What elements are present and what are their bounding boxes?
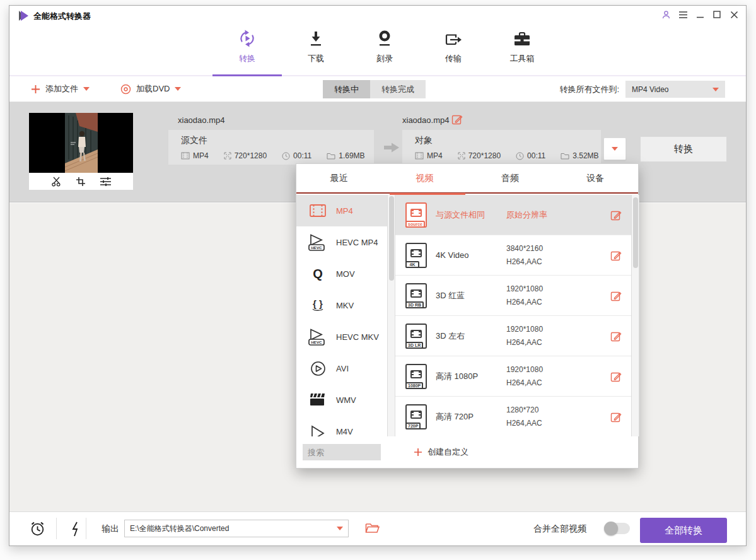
tab-toolbox[interactable]: 工具箱 <box>496 26 549 67</box>
preset-row-3d-lr[interactable]: 3D LR 3D 左右 1920*1080H264,AAC <box>395 316 632 356</box>
toolbar: 添加文件 加载DVD 转换中 转换完成 转换所有文件到: MP4 Video <box>9 76 746 102</box>
tab-transfer[interactable]: 传输 <box>427 26 480 67</box>
preset-list-scrollbar[interactable] <box>631 195 639 436</box>
source-info-box: 源文件 MP4 720*1280 00:11 1.69MB <box>168 130 374 165</box>
clock-icon <box>282 152 290 160</box>
target-format-dropdown-button[interactable] <box>603 137 626 160</box>
convert-button[interactable]: 转换 <box>640 136 727 162</box>
tab-finished[interactable]: 转换完成 <box>370 80 426 98</box>
output-path-select[interactable] <box>124 520 349 537</box>
tab-download[interactable]: 下载 <box>289 26 342 67</box>
tab-burn[interactable]: 刻录 <box>358 26 411 67</box>
crop-icon[interactable] <box>76 177 86 187</box>
main-nav: 转换 下载 刻录 <box>221 26 549 67</box>
resolution-icon <box>458 152 465 160</box>
tab-convert[interactable]: 转换 <box>221 26 274 67</box>
schedule-icon[interactable] <box>29 520 46 537</box>
tab-burn-label: 刻录 <box>376 53 393 64</box>
format-item-avi[interactable]: AVI <box>296 353 387 384</box>
divider <box>56 518 57 539</box>
panel-active-tab-underline <box>390 193 465 195</box>
open-folder-icon[interactable] <box>365 522 380 534</box>
create-custom-label: 创建自定义 <box>427 446 468 458</box>
user-icon[interactable] <box>660 9 672 20</box>
close-icon[interactable] <box>728 9 740 20</box>
toolbox-icon <box>513 26 532 49</box>
output-format-select[interactable]: MP4 Video <box>625 81 725 98</box>
preset-row-1080p[interactable]: 1080P 高清 1080P 1920*1080H264,AAC <box>395 356 632 397</box>
maximize-icon[interactable] <box>711 9 723 20</box>
format-item-hevc-mp4[interactable]: HEVC HEVC MP4 <box>296 226 387 258</box>
chevron-down-icon <box>712 88 719 91</box>
minimize-icon[interactable] <box>694 9 706 20</box>
format-item-hevc-mkv[interactable]: HEVC HEVC MKV <box>296 321 387 353</box>
arrow-right-icon <box>384 141 400 154</box>
preset-row-3d-rb[interactable]: 3D RB 3D 红蓝 1920*1080H264,AAC <box>395 276 632 316</box>
clock-icon <box>516 152 524 160</box>
merge-all-label: 合并全部视频 <box>533 523 586 535</box>
output-path-input[interactable] <box>130 524 337 533</box>
source-format: MP4 <box>193 151 209 160</box>
shutdown-icon[interactable] <box>69 521 81 537</box>
format-list-scrollbar[interactable] <box>387 195 395 436</box>
cut-icon[interactable] <box>51 176 62 187</box>
format-item-mkv[interactable]: { } MKV <box>296 289 387 321</box>
panel-tab-recent[interactable]: 最近 <box>296 164 382 192</box>
edit-preset-icon[interactable] <box>610 330 622 342</box>
format-item-mp4[interactable]: MP4 <box>296 195 387 226</box>
convert-all-button[interactable]: 全部转换 <box>640 518 727 543</box>
braces-icon: { } <box>308 298 328 313</box>
edit-preset-icon[interactable] <box>610 290 622 301</box>
resolution-icon <box>224 152 231 160</box>
edit-preset-icon[interactable] <box>610 209 622 221</box>
target-info-box: 对象 MP4 720*1280 00:11 3.52MB <box>402 130 601 165</box>
chevron-down-icon <box>337 527 343 530</box>
edit-preset-icon[interactable] <box>610 250 622 261</box>
convert-state-tabs: 转换中 转换完成 <box>323 80 426 98</box>
preset-row-4k[interactable]: 4K 4K Video 3840*2160H264,AAC <box>395 235 632 276</box>
target-info-title: 对象 <box>415 135 601 146</box>
edit-preset-icon[interactable] <box>610 371 622 382</box>
chevron-down-icon <box>83 87 90 91</box>
quicktime-icon: Q <box>308 267 328 281</box>
panel-footer: 创建自定义 <box>296 436 638 468</box>
panel-tab-device[interactable]: 设备 <box>553 164 639 192</box>
format-panel-tabs: 最近 视频 音频 设备 <box>296 164 638 194</box>
folder-icon <box>561 152 569 160</box>
target-size: 3.52MB <box>573 151 598 160</box>
rename-edit-icon[interactable] <box>451 114 463 125</box>
video-thumbnail[interactable] <box>29 113 133 173</box>
source-size: 1.69MB <box>339 151 364 160</box>
target-resolution: 720*1280 <box>468 151 501 160</box>
load-dvd-button[interactable]: 加载DVD <box>120 76 181 102</box>
tab-transfer-label: 传输 <box>445 53 462 64</box>
download-icon <box>308 26 324 49</box>
preset-row-source[interactable]: source 与源文件相同 原始分辨率 <box>395 195 632 235</box>
tab-download-label: 下载 <box>308 53 324 64</box>
target-format: MP4 <box>427 151 443 160</box>
3d-lr-format-icon: 3D LR <box>405 324 427 349</box>
3d-rb-format-icon: 3D RB <box>405 283 427 308</box>
dvd-icon <box>120 84 131 95</box>
transfer-icon <box>444 26 463 49</box>
menu-icon[interactable] <box>677 9 689 20</box>
source-info-title: 源文件 <box>181 135 374 146</box>
output-label: 输出 <box>102 523 119 535</box>
tab-converting[interactable]: 转换中 <box>323 80 370 98</box>
format-item-mov[interactable]: Q MOV <box>296 258 387 289</box>
search-input[interactable] <box>303 444 381 460</box>
plus-icon <box>414 448 422 457</box>
edit-preset-icon[interactable] <box>610 411 622 423</box>
panel-tab-video[interactable]: 视频 <box>382 164 468 192</box>
panel-tab-audio[interactable]: 音频 <box>467 164 553 192</box>
merge-toggle[interactable] <box>605 523 630 534</box>
format-item-m4v[interactable]: M4V <box>296 416 387 436</box>
clapperboard-icon <box>308 393 328 407</box>
source-duration: 00:11 <box>293 151 311 160</box>
format-item-wmv[interactable]: WMV <box>296 384 387 416</box>
add-files-button[interactable]: 添加文件 <box>31 76 90 102</box>
target-duration: 00:11 <box>527 151 545 160</box>
effects-icon[interactable] <box>100 177 112 187</box>
create-custom-button[interactable]: 创建自定义 <box>414 446 468 458</box>
preset-row-720p[interactable]: 720P 高清 720P 1280*720H264,AAC <box>395 397 632 436</box>
